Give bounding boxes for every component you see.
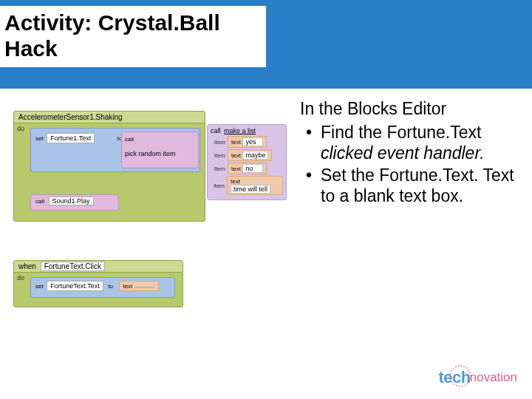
do-label: do: [17, 125, 24, 132]
set-block-click: set FortuneText.Text to text: [30, 277, 175, 298]
set-target-2: FortuneText.Text: [47, 281, 103, 291]
set-label: set: [35, 135, 44, 142]
set-label-2: set: [35, 283, 44, 290]
instructions-heading: In the Blocks Editor: [300, 99, 519, 119]
event-header-click: when FortuneText.Click: [14, 261, 183, 273]
list-item-yes: yes: [242, 137, 263, 146]
text-block: text maybe: [228, 149, 272, 161]
instruction-item-1: Find the Fortune.Text clicked event hand…: [304, 122, 519, 163]
item-label: item: [211, 152, 225, 159]
blocks-area: AccelerometerSensor1.Shaking do set Fort…: [10, 106, 291, 372]
call-label: call: [125, 136, 134, 143]
blocks-preview: AccelerometerSensor1.Shaking do set Fort…: [0, 89, 296, 399]
call-sound-block: call Sound1.Play: [30, 194, 119, 211]
item-label: item: [211, 139, 225, 146]
slide-title: Activity: Crystal.Ball Hack: [4, 10, 256, 61]
text-block: text yes: [228, 136, 267, 148]
text-block: text no: [228, 163, 267, 174]
item-label: item: [211, 166, 225, 172]
list-item-no: no: [242, 164, 263, 173]
technovation-logo: technovation: [438, 368, 517, 387]
make-list-call: call: [211, 127, 221, 134]
make-list-block: call make a list item text yes item text…: [207, 124, 287, 200]
list-item-row: item text maybe: [211, 149, 283, 161]
list-item-timewilltell: time will tell: [231, 185, 270, 194]
event-block-shaking: AccelerometerSensor1.Shaking do set Fort…: [13, 111, 205, 222]
text-block: text time will tell: [227, 176, 283, 195]
instructions-panel: In the Blocks Editor Find the Fortune.Te…: [296, 89, 532, 399]
title-box: Activity: Crystal.Ball Hack: [0, 6, 266, 67]
slide: Activity: Crystal.Ball Hack Acceleromete…: [0, 0, 532, 399]
list-item-row: item text time will tell: [211, 176, 283, 195]
logo-dotcircle-icon: [449, 365, 471, 387]
event-header-shaking: AccelerometerSensor1.Shaking: [14, 112, 205, 123]
call-random-block: call pick random item: [121, 132, 199, 168]
list-item-row: item text yes: [211, 136, 283, 148]
content-area: AccelerometerSensor1.Shaking do set Fort…: [0, 89, 532, 399]
to-label-2: to: [108, 283, 113, 290]
list-item-maybe: maybe: [242, 151, 268, 160]
event-block-click: when FortuneText.Click do set FortuneTex…: [13, 260, 183, 307]
do-label-2: do: [17, 274, 24, 282]
logo-novation: novation: [470, 370, 517, 385]
random-label: pick random item: [125, 150, 195, 157]
list-item-row: item text no: [211, 163, 283, 174]
call-sound-label: call: [35, 198, 44, 205]
instruction-item-2: Set the Fortune.Text. Text to a blank te…: [304, 165, 519, 206]
set-block-fortune-text: set Fortune1.Text to call pick random it…: [30, 128, 200, 172]
blank-text-value: [134, 287, 155, 288]
text-block-blank: text: [119, 281, 158, 291]
click-target: FortuneText.Click: [41, 262, 105, 271]
instructions-list: Find the Fortune.Text clicked event hand…: [300, 122, 519, 206]
set-target-fortune: Fortune1.Text: [47, 133, 95, 143]
make-list-label: make a list: [224, 127, 256, 134]
item-label: item: [211, 183, 225, 189]
sound-target: Sound1.Play: [49, 197, 94, 205]
